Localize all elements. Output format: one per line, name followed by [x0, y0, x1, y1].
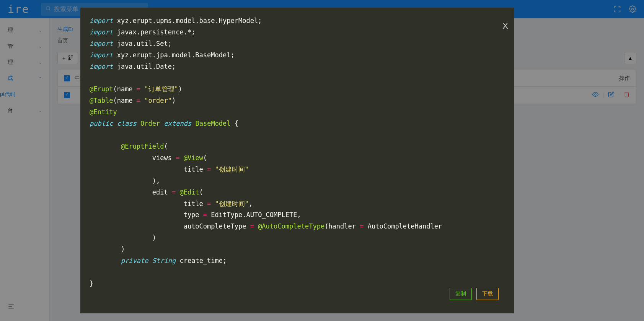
code-modal: X import xyz.erupt.upms.model.base.Hyper… [80, 8, 514, 313]
close-button[interactable]: X [502, 21, 508, 31]
copy-button[interactable]: 复制 [450, 288, 472, 300]
modal-footer: 复制 下载 [450, 288, 499, 300]
download-button[interactable]: 下载 [476, 288, 499, 300]
code-container[interactable]: import xyz.erupt.upms.model.base.HyperMo… [80, 8, 514, 313]
code-block: import xyz.erupt.upms.model.base.HyperMo… [90, 15, 505, 290]
